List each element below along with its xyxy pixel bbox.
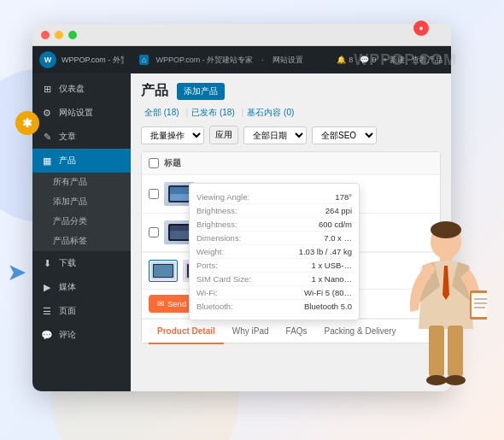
svg-rect-8 — [154, 265, 173, 277]
bulk-action-select[interactable]: 批量操作 — [141, 126, 204, 144]
sidebar-item-dashboard[interactable]: ⊞ 仪表盘 — [32, 77, 131, 101]
posts-icon: ✎ — [41, 132, 53, 143]
svg-point-28 — [445, 375, 466, 385]
settings-icon: ⚙ — [41, 108, 53, 119]
page-header: 产品 添加产品 — [141, 82, 441, 100]
toolbar: 批量操作 应用 全部日期 全部SEO — [141, 126, 441, 144]
person-illustration — [384, 218, 487, 406]
products-icon: ▦ — [41, 155, 53, 167]
admin-home-item[interactable]: ⌂ — [139, 55, 149, 65]
filter-published[interactable]: 已发布 (18) — [183, 107, 238, 119]
notification-badge: ● — [413, 21, 429, 36]
topbar-separator: · — [261, 56, 264, 64]
browser-titlebar — [32, 24, 451, 46]
tooltip-row-weight: Weight: 1.03 lb / .47 kg — [196, 245, 352, 259]
tooltip-row-bluetooth: Bluetooth: Bluetooth 5.0 — [196, 300, 352, 313]
watermark: WPPOP.COM — [354, 51, 457, 69]
submenu-all-products[interactable]: 所有产品 — [32, 173, 131, 192]
svg-rect-26 — [448, 326, 463, 377]
person-svg — [384, 218, 487, 414]
tooltip-row-simcard: SIM Card Size: 1 x Nano… — [196, 273, 352, 286]
dashboard-icon: ⊞ — [41, 84, 53, 95]
svg-rect-21 — [472, 293, 487, 317]
svg-rect-25 — [429, 326, 444, 377]
sidebar-item-posts[interactable]: ✎ 文章 — [32, 125, 131, 149]
svg-rect-5 — [170, 231, 189, 239]
submenu-product-category[interactable]: 产品分类 — [32, 212, 131, 232]
seo-filter-select[interactable]: 全部SEO — [312, 126, 377, 144]
add-product-button[interactable]: 添加产品 — [177, 83, 225, 100]
product-tooltip: Viewing Angle: 178° Brightness: 264 ppi … — [189, 183, 360, 320]
media-icon: ▶ — [41, 282, 53, 293]
wp-logo: W — [39, 51, 56, 68]
tooltip-row-viewing: Viewing Angle: 178° — [196, 191, 352, 204]
row-checkbox-1[interactable] — [149, 189, 159, 199]
email-icon: ✉ — [157, 299, 164, 308]
svg-point-18 — [431, 221, 461, 238]
tab-why-ipad[interactable]: Why iPad — [224, 320, 278, 344]
sidebar-item-products[interactable]: ▦ 产品 — [32, 149, 131, 173]
wp-sidebar: W WPPOP.com - 外贸建站专家 ⊞ 仪表盘 ⚙ 网站设置 ✎ 文章 — [32, 46, 131, 391]
tooltip-row-wifi: Wi-Fi: Wi-Fi 5 (80… — [196, 286, 352, 300]
tooltip-row-dimensions: Dimensions: 7.0 x … — [196, 232, 352, 245]
dot-green[interactable] — [68, 31, 77, 39]
sidebar-item-pages[interactable]: ☰ 页面 — [32, 299, 131, 323]
wp-float-icon: ✱ — [15, 111, 39, 135]
tooltip-row-brightness2: Brightness: 600 cd/m — [196, 218, 352, 232]
tooltip-row-ports: Ports: 1 x USB-… — [196, 259, 352, 273]
svg-point-29 — [423, 263, 435, 275]
sidebar-topbar: W WPPOP.com - 外贸建站专家 — [32, 46, 131, 73]
products-submenu: 所有产品 添加产品 产品分类 产品标签 — [32, 173, 131, 251]
apply-button[interactable]: 应用 — [209, 126, 238, 144]
tab-product-detail[interactable]: Product Detail — [149, 320, 224, 344]
table-header: 标题 — [142, 152, 440, 175]
sidebar-item-media[interactable]: ▶ 媒体 — [32, 275, 131, 299]
svg-rect-2 — [170, 187, 189, 194]
sidebar-menu: ⊞ 仪表盘 ⚙ 网站设置 ✎ 文章 ▦ 产品 所有 — [32, 73, 131, 347]
pages-icon: ☰ — [41, 306, 53, 317]
filter-tabs: 全部 (18) 已发布 (18) 基石内容 (0) — [141, 107, 441, 119]
blue-arrow-decoration: ➤ — [7, 258, 26, 286]
tab-faqs[interactable]: FAQs — [278, 320, 316, 344]
site-name-topbar: WPPOP.com - 外贸建站专家 — [155, 55, 253, 66]
page-title: 产品 — [141, 82, 168, 100]
submenu-add-product[interactable]: 添加产品 — [32, 192, 131, 212]
home-icon: ⌂ — [139, 55, 149, 65]
dot-yellow[interactable] — [55, 31, 63, 39]
date-filter-select[interactable]: 全部日期 — [243, 126, 307, 144]
site-name: WPPOP.com - 外贸建站专家 — [62, 55, 124, 66]
filter-cornerstone[interactable]: 基石内容 (0) — [238, 107, 298, 119]
sidebar-item-comments[interactable]: 💬 评论 — [32, 323, 131, 347]
row-checkbox-2[interactable] — [149, 227, 159, 238]
bell-item[interactable]: 🔔 8 — [337, 56, 353, 64]
admin-settings-item[interactable]: 网站设置 — [273, 55, 303, 66]
submenu-product-tags[interactable]: 产品标签 — [32, 232, 131, 251]
dot-red[interactable] — [41, 31, 50, 39]
tooltip-row-brightness: Brightness: 264 ppi — [196, 204, 352, 218]
sidebar-item-settings[interactable]: ⚙ 网站设置 — [32, 101, 131, 125]
svg-point-27 — [426, 375, 447, 385]
sidebar-item-downloads[interactable]: ⬇ 下载 — [32, 251, 131, 275]
thumb-1[interactable] — [149, 260, 178, 282]
select-all-checkbox[interactable] — [149, 158, 159, 168]
downloads-icon: ⬇ — [41, 258, 53, 269]
comments-icon: 💬 — [41, 330, 53, 341]
filter-all[interactable]: 全部 (18) — [141, 107, 183, 119]
